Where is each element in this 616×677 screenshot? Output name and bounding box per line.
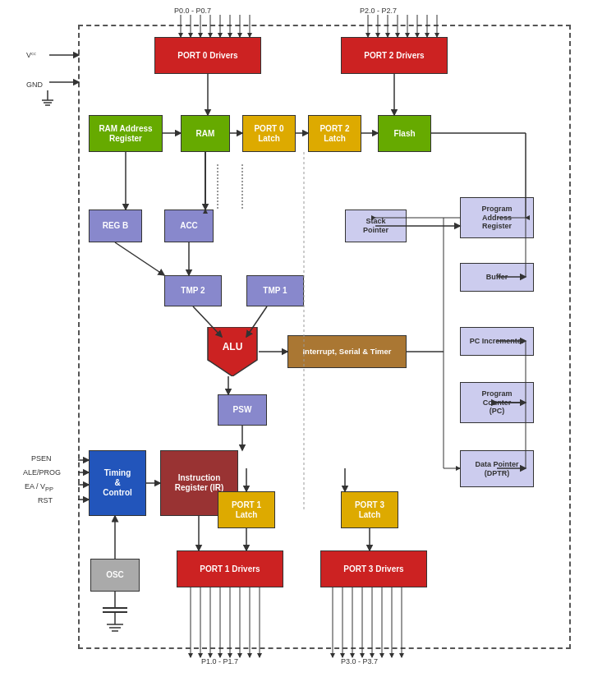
port0-latch-block: PORT 0Latch (242, 115, 296, 152)
vcc-label: Vᶜᶜ (26, 51, 36, 59)
p10-p17-label: P1.0 - P1.7 (201, 657, 238, 665)
gnd-label: GND (26, 81, 43, 89)
tmp1-block: TMP 1 (246, 275, 304, 306)
ram-block: RAM (181, 115, 230, 152)
port3-drivers-block: PORT 3 Drivers (320, 550, 427, 587)
flash-block: Flash (378, 115, 431, 152)
rst-label: RST (38, 496, 53, 504)
reg-b-block: REG B (89, 210, 142, 242)
gnd-symbol (39, 90, 56, 108)
data-pointer-block: Data Pointer(DPTR) (460, 450, 534, 487)
stack-pointer-block: StackPointer (345, 210, 407, 242)
buffer-block: Buffer (460, 263, 534, 292)
svg-text:ALU: ALU (223, 341, 243, 352)
p20-p27-label: P2.0 - P2.7 (360, 7, 397, 15)
port0-drivers-block: PORT 0 Drivers (154, 37, 261, 74)
ale-prog-label: ALE/PROG (23, 468, 61, 477)
p30-p37-label: P3.0 - P3.7 (341, 657, 378, 665)
ram-addr-reg-block: RAM AddressRegister (89, 115, 163, 152)
prog-addr-reg-block: ProgramAddressRegister (460, 197, 534, 238)
port2-latch-block: PORT 2Latch (308, 115, 361, 152)
pc-incrementer-block: PC Incrementer (460, 327, 534, 356)
interrupt-serial-block: Interrupt, Serial & Timer (287, 335, 407, 368)
acc-block: ACC (164, 210, 214, 242)
program-counter-block: ProgramCounter(PC) (460, 382, 534, 423)
ea-vpp-label: EA / VPP (25, 482, 53, 493)
port2-drivers-block: PORT 2 Drivers (341, 37, 448, 74)
tmp2-block: TMP 2 (164, 275, 222, 306)
osc-block: OSC (90, 559, 140, 592)
psen-label: PSEN (31, 454, 52, 463)
psw-block: PSW (218, 394, 267, 426)
p00-p07-label: P0.0 - P0.7 (174, 7, 211, 15)
port1-latch-block: PORT 1Latch (218, 491, 275, 528)
timing-control-block: Timing&Control (89, 450, 146, 516)
port3-latch-block: PORT 3Latch (341, 491, 398, 528)
diagram-container: Vᶜᶜ GND PORT 0 Drivers PORT 2 Drivers P0… (0, 0, 616, 677)
port1-drivers-block: PORT 1 Drivers (177, 550, 283, 587)
alu-block: ALU (204, 327, 261, 378)
